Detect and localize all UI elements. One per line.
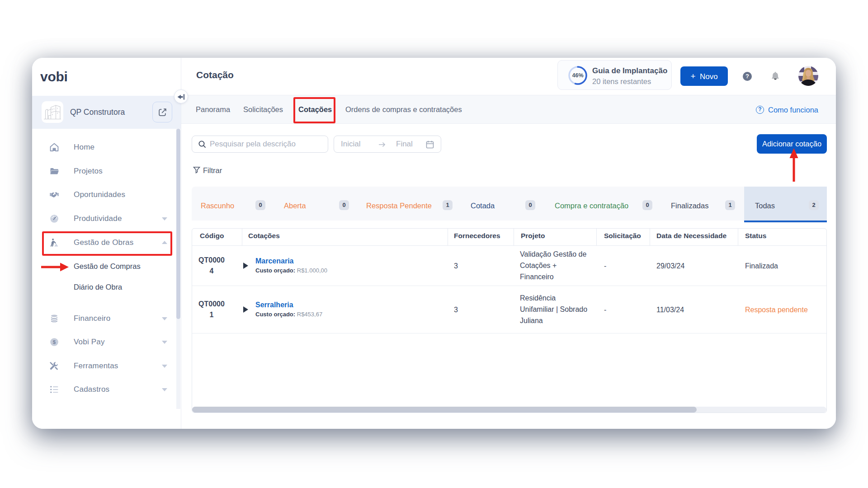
- svg-text:46%: 46%: [572, 72, 583, 79]
- svg-text:$: $: [53, 339, 56, 345]
